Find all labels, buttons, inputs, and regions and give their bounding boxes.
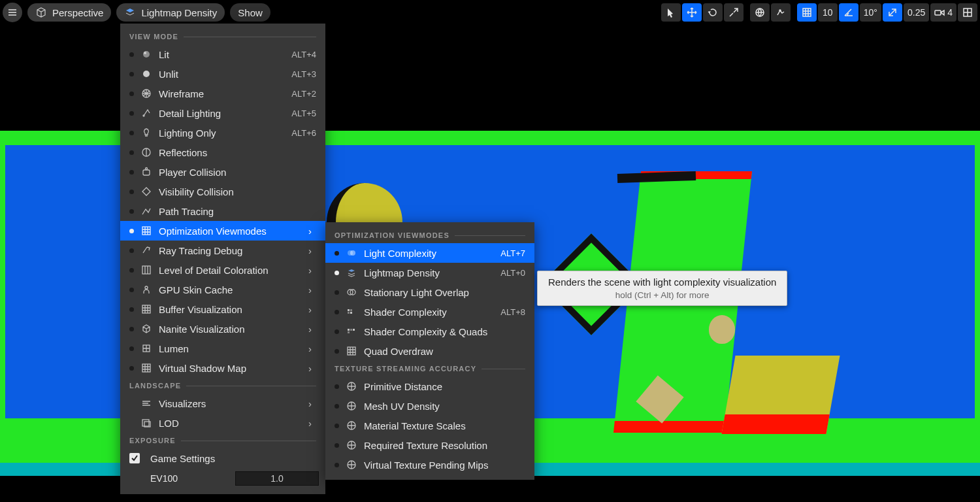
grid-snap-toggle[interactable] [797,3,817,22]
menu-item-quad-overdraw[interactable]: Quad Overdraw [325,341,534,361]
menu-item-reflections[interactable]: Reflections [120,142,325,162]
cube-icon [35,7,47,18]
menu-item-unlit[interactable]: UnlitALT+3 [120,64,325,84]
show-dropdown[interactable]: Show [230,3,270,22]
svg-point-14 [145,286,148,289]
quad-overdraw-icon [346,345,357,357]
menu-item-lighting-only[interactable]: Lighting OnlyALT+6 [120,123,325,142]
menu-item-shader-complexity-quads[interactable]: Shader Complexity & Quads [325,322,534,341]
menu-item-stationary-light-overlap[interactable]: Stationary Light Overlap [325,282,534,302]
svg-rect-27 [350,312,352,314]
svg-point-11 [146,168,148,170]
tooltip: Renders the scene with light complexity … [537,271,787,306]
menu-item-primitive-distance[interactable]: Primitive Distance [325,376,534,396]
camera-speed[interactable]: 4 [930,3,956,22]
svg-point-5 [144,52,146,54]
visibility-collision-icon [140,186,152,197]
menu-item-nanite-visualization[interactable]: Nanite Visualization› [120,319,325,339]
vsm-icon [140,362,152,374]
angle-snap-toggle[interactable] [839,3,858,22]
viewport-options-button[interactable] [3,3,22,22]
grid-snap-value[interactable]: 10 [818,3,838,22]
menu-item-lightmap-density[interactable]: Lightmap DensityALT+0 [325,263,534,282]
menu-item-optimization-viewmodes[interactable]: Optimization Viewmodes› [120,221,325,241]
menu-item-lit[interactable]: LitALT+4 [120,44,325,64]
surface-snap-toggle[interactable] [771,3,791,22]
svg-rect-32 [348,347,355,355]
section-header: EXPOSURE [120,433,325,448]
menu-item-lod-coloration[interactable]: Level of Detail Coloration› [120,260,325,280]
menu-item-virtual-shadow-map[interactable]: Virtual Shadow Map› [120,358,325,378]
svg-rect-12 [142,227,150,235]
section-header: TEXTURE STREAMING ACCURACY [325,361,534,376]
buffer-icon [140,303,152,315]
translate-tool[interactable] [682,3,702,22]
menu-item-ray-tracing-debug[interactable]: Ray Tracing Debug› [120,241,325,260]
svg-point-6 [143,71,150,77]
scene-geom [721,356,840,434]
layers-icon [346,267,357,278]
perspective-dropdown[interactable]: Perspective [27,3,111,22]
scale-tool[interactable] [724,3,743,22]
menu-item-player-collision[interactable]: Player Collision [120,162,325,182]
svg-point-4 [143,51,150,58]
nanite-icon [140,323,152,335]
menu-item-landscape-lod[interactable]: LOD› [120,413,325,433]
tooltip-subtitle: hold (Ctrl + Alt) for more [548,290,776,300]
ev100-input[interactable] [235,471,319,486]
viewport-layout[interactable] [958,3,977,22]
rotate-tool[interactable] [703,3,723,22]
toolbar-right: 10 10° 0.25 4 [661,3,977,22]
coord-space-toggle[interactable] [750,3,770,22]
landscape-lod-icon [140,417,152,429]
lumen-icon [140,343,152,354]
menu-item-light-complexity[interactable]: Light ComplexityALT+7 [325,243,534,263]
reflections-icon [140,146,152,158]
menu-item-shader-complexity[interactable]: Shader ComplexityALT+8 [325,302,534,322]
scale-snap-toggle[interactable] [883,3,902,22]
viewmode-dropdown[interactable]: Lightmap Density [116,3,225,22]
globe-icon [346,400,357,412]
optimization-viewmodes-submenu: OPTIMIZATION VIEWMODES Light ComplexityA… [325,222,534,480]
menu-item-buffer-visualization[interactable]: Buffer Visualization› [120,299,325,319]
menu-item-mesh-uv-density[interactable]: Mesh UV Density [325,396,534,416]
svg-rect-25 [350,309,352,311]
svg-rect-2 [935,10,941,15]
chevron-right-icon: › [308,226,316,237]
menu-item-detail-lighting[interactable]: Detail LightingALT+5 [120,103,325,123]
svg-rect-31 [348,331,350,333]
svg-rect-30 [353,329,355,331]
light-complexity-icon [346,247,357,259]
menu-item-game-settings[interactable]: Game Settings [120,448,325,468]
shader-complexity-icon [346,306,357,318]
detail-lighting-icon [140,107,152,119]
scale-snap-value[interactable]: 0.25 [904,3,929,22]
svg-rect-24 [348,309,350,311]
menu-item-gpu-skin-cache[interactable]: GPU Skin Cache› [120,280,325,299]
svg-point-21 [350,250,355,256]
section-header: LANDSCAPE [120,378,325,393]
ev100-row: EV100 [120,468,325,489]
layers-icon [124,7,136,18]
angle-snap-value[interactable]: 10° [860,3,881,22]
svg-point-1 [779,10,781,11]
menu-item-lumen[interactable]: Lumen› [120,339,325,358]
menu-item-wireframe[interactable]: WireframeALT+2 [120,84,325,103]
menu-item-required-texture-resolution[interactable]: Required Texture Resolution [325,435,534,455]
svg-rect-17 [142,364,150,372]
menu-item-visualizers[interactable]: Visualizers› [120,393,325,413]
menu-item-visibility-collision[interactable]: Visibility Collision [120,182,325,201]
viewmode-menu: VIEW MODE LitALT+4 UnlitALT+3 WireframeA… [120,24,325,494]
select-tool[interactable] [661,3,681,22]
menu-item-virtual-texture-pending-mips[interactable]: Virtual Texture Pending Mips [325,455,534,475]
menu-item-material-texture-scales[interactable]: Material Texture Scales [325,416,534,435]
lit-icon [140,48,152,60]
unlit-icon [140,68,152,80]
ray-tracing-icon [140,244,152,256]
globe-icon [346,439,357,451]
visualizers-icon [140,397,152,409]
perspective-label: Perspective [52,7,103,18]
menu-item-path-tracing[interactable]: Path Tracing [120,201,325,221]
svg-rect-18 [142,420,149,426]
svg-rect-15 [142,305,150,313]
